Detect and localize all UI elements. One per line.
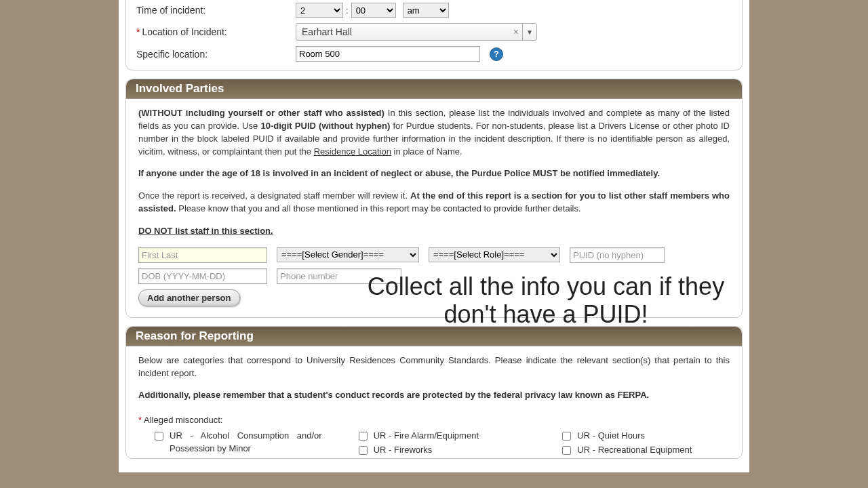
minute-select[interactable]: 00 (351, 3, 396, 18)
dob-input[interactable] (138, 268, 267, 284)
alleged-label: Alleged misconduct: (144, 414, 222, 427)
time-label: Time of incident: (136, 5, 296, 16)
involved-header: Involved Parties (126, 79, 742, 99)
clear-icon[interactable]: × (513, 26, 519, 37)
reason-header: Reason for Reporting (126, 327, 742, 346)
specific-location-label: Specific location: (136, 49, 296, 60)
check-firealarm-label: UR - Fire Alarm/Equipment (374, 430, 479, 443)
location-value: Earhart Hall (302, 26, 352, 37)
location-combo[interactable]: Earhart Hall × ▼ (296, 23, 537, 41)
ampm-select[interactable]: am (403, 3, 449, 18)
involved-p1: (WITHOUT including yourself or other sta… (138, 107, 730, 158)
reason-p2: Additionally, please remember that a stu… (138, 389, 730, 402)
check-firealarm[interactable] (359, 432, 368, 441)
involved-p3: Once the report is received, a designate… (138, 190, 730, 216)
help-icon[interactable]: ? (490, 47, 503, 61)
check-alcohol[interactable] (155, 432, 163, 441)
role-select[interactable]: ====[Select Role]==== (429, 247, 560, 262)
add-person-button[interactable]: Add another person (138, 289, 240, 306)
check-rec[interactable] (562, 446, 571, 455)
name-input[interactable] (138, 247, 267, 263)
puid-input[interactable] (570, 247, 665, 263)
check-alcohol-label: UR - Alcohol Consumption and/or Possessi… (170, 430, 322, 455)
check-rec-label: UR - Recreational Equipment (577, 444, 692, 457)
specific-location-input[interactable] (296, 46, 480, 62)
check-quiet-label: UR - Quiet Hours (577, 430, 645, 443)
involved-p4: DO NOT list staff in this section. (138, 225, 730, 238)
time-colon: : (346, 5, 349, 16)
involved-p2: If anyone under the age of 18 is involve… (138, 167, 730, 180)
check-fireworks[interactable] (359, 446, 368, 455)
hour-select[interactable]: 2 (296, 3, 343, 18)
check-fireworks-label: UR - Fireworks (374, 444, 433, 457)
reason-p1: Below are categories that correspond to … (138, 354, 730, 380)
involved-parties-panel: Involved Parties (WITHOUT including your… (125, 79, 743, 318)
check-quiet[interactable] (562, 432, 571, 441)
reason-panel: Reason for Reporting Below are categorie… (125, 326, 743, 459)
location-label: *Location of Incident: (136, 26, 296, 37)
phone-input[interactable] (277, 268, 401, 284)
gender-select[interactable]: ====[Select Gender]==== (277, 247, 419, 262)
chevron-down-icon[interactable]: ▼ (522, 24, 536, 40)
